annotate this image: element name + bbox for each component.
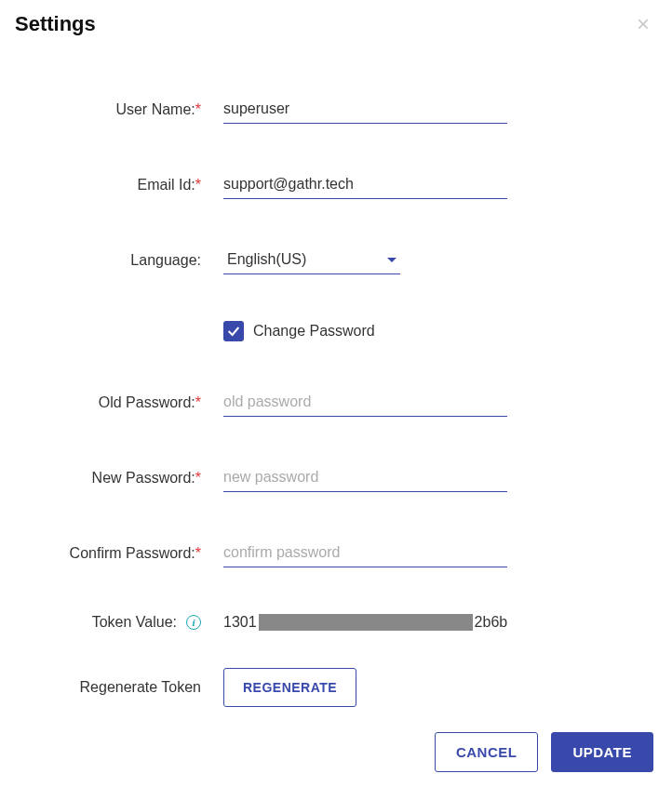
token-value-label: Token Value: i [37,614,223,631]
check-icon [226,324,241,339]
confirm-password-label: Confirm Password:* [37,545,223,562]
username-label: User Name:* [37,101,223,118]
regenerate-button[interactable]: REGENERATE [223,668,356,707]
update-button[interactable]: UPDATE [551,732,653,772]
email-label: Email Id:* [37,177,223,193]
page-title: Settings [15,12,96,36]
language-select[interactable]: English(US) [223,246,400,274]
regenerate-label: Regenerate Token [37,679,223,696]
language-label: Language: [37,252,223,269]
change-password-checkbox[interactable] [223,321,244,341]
email-input[interactable] [223,170,507,199]
new-password-input[interactable] [223,463,507,492]
confirm-password-input[interactable] [223,539,507,567]
dialog-footer: CANCEL UPDATE [435,732,653,772]
old-password-input[interactable] [223,388,507,417]
token-value-text: 1301 2b6b [223,614,635,631]
close-icon[interactable]: × [629,9,657,39]
settings-form: User Name:* Email Id:* Language: English… [0,48,672,707]
chevron-down-icon [387,258,396,262]
info-icon[interactable]: i [186,615,201,630]
token-mask [259,614,473,631]
username-input[interactable] [223,95,507,124]
old-password-label: Old Password:* [37,394,223,411]
language-value: English(US) [227,251,306,268]
cancel-button[interactable]: CANCEL [435,732,539,772]
change-password-label: Change Password [253,323,375,340]
dialog-header: Settings × [0,0,672,48]
new-password-label: New Password:* [37,470,223,487]
